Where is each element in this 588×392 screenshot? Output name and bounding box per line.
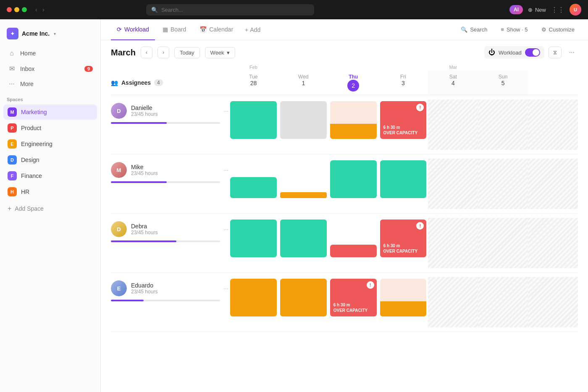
- cell-eduardo-sun: [478, 277, 528, 327]
- month-labels-row: Feb Mar: [111, 65, 578, 71]
- person-more-mike[interactable]: ···: [223, 167, 228, 173]
- titlebar-right: AI ⊕ New ⋮⋮ U: [509, 4, 581, 16]
- ai-badge[interactable]: AI: [509, 5, 523, 14]
- maximize-dot[interactable]: [22, 7, 27, 12]
- finance-dot: F: [8, 171, 17, 180]
- titlebar: ‹ › 🔍 AI ⊕ New ⋮⋮ U: [0, 0, 588, 19]
- person-name-eduardo: Eduardo: [131, 282, 158, 289]
- show-button[interactable]: ≡ Show · 5: [497, 25, 531, 34]
- person-row-debra: D Debra 23/45 hours ···: [111, 214, 578, 273]
- workload-toggle-group: ⏻ Workload: [484, 46, 544, 59]
- filter-button[interactable]: ⧖: [549, 47, 562, 58]
- inbox-badge: 9: [84, 66, 93, 72]
- inbox-icon: ✉: [8, 65, 16, 73]
- prev-button[interactable]: ‹: [141, 47, 152, 58]
- sidebar-item-more[interactable]: ··· More: [3, 77, 97, 91]
- person-name-danielle: Danielle: [131, 105, 158, 111]
- col-header-fri: Fri 3: [378, 71, 428, 95]
- tab-calendar[interactable]: 📅 Calendar: [194, 20, 239, 40]
- assignees-count: 4: [154, 79, 163, 86]
- add-tab-icon: +: [245, 26, 248, 33]
- home-icon: ⌂: [8, 50, 16, 57]
- sidebar-item-hr[interactable]: H HR: [3, 184, 97, 199]
- add-space-button[interactable]: + Add Space: [0, 202, 100, 215]
- new-button[interactable]: ⊕ New: [528, 7, 546, 13]
- cell-danielle-sun: [478, 99, 528, 150]
- mar-label: Mar: [428, 65, 478, 70]
- show-icon: ≡: [501, 26, 504, 33]
- cell-debra-sun: [478, 218, 528, 268]
- workload-toggle-icon: ⏻: [488, 49, 495, 56]
- customize-button[interactable]: ⚙ Customize: [538, 25, 578, 34]
- cell-eduardo-sat: [428, 277, 478, 327]
- today-button[interactable]: Today: [174, 47, 200, 58]
- grid-icon[interactable]: ⋮⋮: [551, 6, 564, 14]
- workload-toggle[interactable]: [525, 48, 540, 57]
- cell-eduardo-thu: ! 6 h 30 m OVER CAPACITY: [328, 277, 378, 327]
- cell-danielle-tue: [228, 99, 278, 150]
- search-button[interactable]: 🔍 Search: [457, 25, 491, 34]
- nav-arrows: ‹ ›: [34, 5, 46, 14]
- assignees-header-label: Assignees: [121, 79, 151, 86]
- person-hours-eduardo: 23/45 hours: [131, 289, 158, 295]
- chevron-down-icon: ▾: [227, 50, 230, 56]
- board-tab-icon: ▦: [163, 26, 168, 33]
- week-selector[interactable]: Week ▾: [205, 47, 235, 58]
- window-controls: [7, 7, 27, 12]
- tabs-right-actions: 🔍 Search ≡ Show · 5 ⚙ Customize: [457, 25, 578, 34]
- person-more-eduardo[interactable]: ···: [223, 285, 228, 292]
- sidebar-item-inbox[interactable]: ✉ Inbox 9: [3, 61, 97, 76]
- cell-danielle-wed: [278, 99, 328, 150]
- col-header-extra: [528, 71, 578, 95]
- add-tab-button[interactable]: + Add: [241, 26, 265, 33]
- cell-eduardo-wed: [278, 277, 328, 327]
- progress-bar-debra: [111, 240, 220, 242]
- forward-arrow[interactable]: ›: [41, 5, 46, 14]
- plus-icon: +: [8, 205, 11, 212]
- tab-board[interactable]: ▦ Board: [157, 20, 192, 40]
- company-header[interactable]: ✦ Acme Inc. ▾: [0, 24, 100, 46]
- tab-workload[interactable]: ⟳ Workload: [111, 20, 155, 40]
- minimize-dot[interactable]: [14, 7, 19, 12]
- cell-debra-sat: [428, 218, 478, 268]
- calendar-header: 👥 Assignees 4 Tue 28 Wed 1 Thu 2: [111, 71, 578, 95]
- user-avatar[interactable]: U: [570, 4, 581, 16]
- avatar-debra: D: [111, 221, 127, 237]
- person-more-debra[interactable]: ···: [223, 226, 228, 233]
- sidebar-item-finance[interactable]: F Finance: [3, 168, 97, 183]
- sidebar-item-product[interactable]: P Product: [3, 120, 97, 136]
- search-icon: 🔍: [461, 26, 467, 33]
- calendar-tab-icon: 📅: [200, 26, 207, 33]
- workload-controls: March ‹ › Today Week ▾ ⏻ Workload ⧖ ···: [101, 40, 588, 65]
- cell-eduardo-tue: [228, 277, 278, 327]
- person-hours-mike: 23/45 hours: [131, 170, 158, 176]
- col-header-thu: Thu 2: [328, 71, 378, 95]
- search-input[interactable]: [161, 7, 309, 13]
- sidebar-item-engineering[interactable]: E Engineering: [3, 136, 97, 152]
- close-dot[interactable]: [7, 7, 12, 12]
- person-name-debra: Debra: [131, 223, 158, 230]
- col-header-sun: Sun 5: [478, 71, 528, 95]
- sidebar: ✦ Acme Inc. ▾ ⌂ Home ✉ Inbox 9 ··· More …: [0, 19, 101, 392]
- col-header-wed: Wed 1: [278, 71, 328, 95]
- cell-mike-extra: [528, 159, 578, 209]
- logo-star-icon: ✦: [10, 30, 15, 37]
- cell-danielle-thu: [328, 99, 378, 150]
- main-layout: ✦ Acme Inc. ▾ ⌂ Home ✉ Inbox 9 ··· More …: [0, 19, 588, 392]
- person-hours-debra: 23/45 hours: [131, 230, 158, 235]
- company-logo: ✦: [7, 28, 18, 39]
- next-button[interactable]: ›: [158, 47, 169, 58]
- calendar-area: Feb Mar 👥 Assignees 4 Tue: [101, 65, 588, 392]
- person-more-danielle[interactable]: ···: [223, 107, 228, 114]
- person-info-eduardo: E Eduardo 23/45 hours ···: [111, 277, 228, 305]
- cell-eduardo-fri: [378, 277, 428, 327]
- workload-right-controls: ⏻ Workload ⧖ ···: [484, 46, 578, 59]
- assignees-header-icon: 👥: [111, 79, 118, 86]
- back-arrow[interactable]: ‹: [34, 5, 39, 14]
- more-options-button[interactable]: ···: [566, 47, 578, 58]
- sidebar-item-marketing[interactable]: M Marketing: [3, 105, 97, 120]
- sidebar-item-home[interactable]: ⌂ Home: [3, 46, 97, 60]
- global-search[interactable]: 🔍: [146, 4, 314, 16]
- sidebar-item-design[interactable]: D Design: [3, 152, 97, 167]
- person-row-eduardo: E Eduardo 23/45 hours ···: [111, 273, 578, 332]
